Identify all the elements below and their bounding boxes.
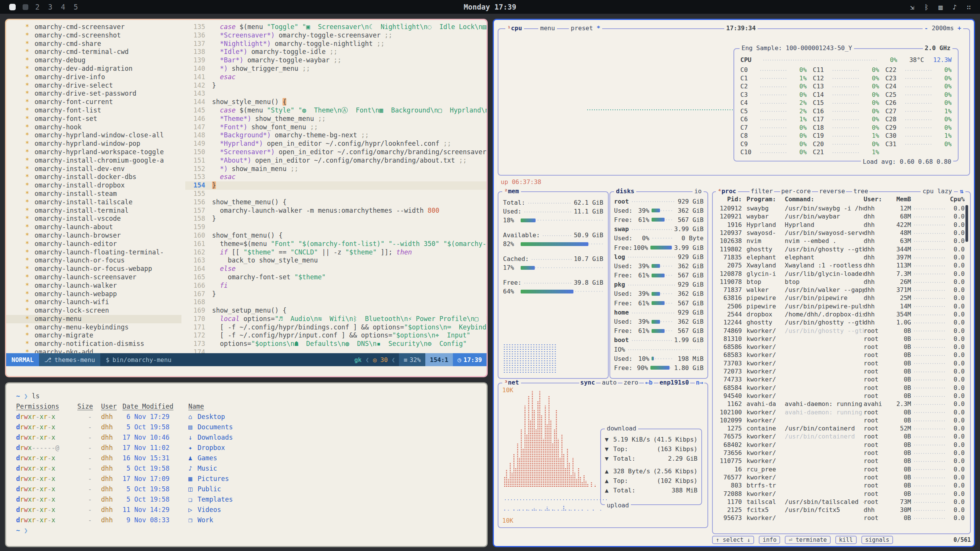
code-line[interactable]: 153 esac bbox=[185, 173, 487, 181]
process-row[interactable]: 94540 kworker/ root 0B 0.0 bbox=[718, 392, 965, 400]
code-line[interactable]: 173 options="$options\n☗ Defaults\n◍ DNS… bbox=[185, 340, 487, 348]
process-row[interactable]: 1275 containe /usr/bin/containerd root 5… bbox=[718, 424, 965, 432]
code-line[interactable]: 151 *About*) open_in_editor ~/.config/om… bbox=[185, 156, 487, 165]
process-row[interactable]: 119078 btop btop dhh 26M 0.0 bbox=[718, 278, 965, 286]
code-line[interactable]: 157 omarchy-launch-walker -m menus:omarc… bbox=[185, 207, 487, 215]
preset-button[interactable]: preset * bbox=[569, 24, 602, 32]
file-item[interactable]: *omarchy-cmd-screensaver bbox=[25, 23, 185, 31]
process-row[interactable]: 76575 kworker/ /usr/bin/containerd root … bbox=[718, 432, 965, 440]
process-row[interactable]: 1170 tailscal /usr/sbin/tailscaled -- ro… bbox=[718, 498, 965, 506]
code-line[interactable]: 142} bbox=[185, 82, 487, 90]
file-item[interactable]: *omarchy-launch-walker bbox=[25, 282, 185, 290]
process-row[interactable]: 120878 glycin-i /usr/lib/glycin-loaders … bbox=[718, 269, 965, 277]
code-line[interactable]: 141 esac bbox=[185, 73, 487, 82]
process-row[interactable]: 12244 ghostty /usr/bin/ghostty --gtk- dh… bbox=[718, 318, 965, 326]
process-row[interactable]: 68402 kworker/ root 0B 0.0 bbox=[718, 441, 965, 449]
net-auto[interactable]: auto bbox=[601, 379, 618, 386]
file-item[interactable]: *omarchy-launch-screensaver bbox=[25, 273, 185, 282]
file-item[interactable]: *omarchy-install-tailscale bbox=[25, 198, 185, 207]
file-item[interactable]: *omarchy-launch-browser bbox=[25, 231, 185, 240]
code-line[interactable]: 170 local options="♬ Audio\n≋ Wifi\nᛒ Bl… bbox=[185, 315, 487, 323]
file-item[interactable]: *omarchy-install-dev-env bbox=[25, 165, 185, 173]
process-row[interactable]: 120921 waybar /usr/bin/waybar dhh 68M 0.… bbox=[718, 212, 965, 220]
mem-tab[interactable]: ²mem bbox=[502, 187, 521, 195]
code-line[interactable]: 136 *Screensaver*) omarchy-toggle-screen… bbox=[185, 31, 487, 40]
code-line[interactable]: 166 fi bbox=[185, 282, 487, 290]
file-item[interactable]: *omarchy-launch-about bbox=[25, 223, 185, 231]
prev-iface-icon[interactable]: ←b bbox=[644, 379, 653, 386]
file-item[interactable]: *omarchy-menu-keybindings bbox=[25, 323, 185, 332]
proc-tree[interactable]: tree bbox=[852, 187, 869, 195]
code-line[interactable]: 147 *Font*) show_font_menu ;; bbox=[185, 123, 487, 132]
process-row[interactable]: 120937 swayosd- /usr/bin/swayosd-server … bbox=[718, 229, 965, 237]
code-line[interactable]: 135 case $(menu "Toggle" "▣ Screensaver\… bbox=[185, 23, 487, 31]
process-row[interactable]: 71835 elephant elephant dhh 397M 0.0 bbox=[718, 253, 965, 261]
file-item[interactable]: *omarchy-hyprland-window-pop bbox=[25, 140, 185, 148]
code-line[interactable]: 144show_style_menu() { bbox=[185, 98, 487, 106]
file-item[interactable]: *omarchy-cmd-terminal-cwd bbox=[25, 48, 185, 56]
process-row[interactable]: 102099 kworker/ root 0B 0.0 bbox=[718, 416, 965, 424]
process-row[interactable]: 68586 kworker/ root 0B 0.0 bbox=[718, 343, 965, 351]
file-item[interactable]: *omarchy-launch-floating-terminal- bbox=[25, 248, 185, 257]
process-row[interactable]: 72073 kworker/ root 0B 0.0 bbox=[718, 367, 965, 375]
code-line[interactable]: 139 *Bar*) omarchy-toggle-waybar ;; bbox=[185, 56, 487, 65]
file-item[interactable]: *omarchy-hyprland-workspace-toggle bbox=[25, 148, 185, 156]
process-row[interactable]: 1162 avahi-da avahi-daemon: running [ av… bbox=[718, 400, 965, 408]
proc-action-button[interactable]: ⏎ terminate bbox=[785, 536, 830, 544]
file-item[interactable]: *omarchy-install-chromium-google-a bbox=[25, 156, 185, 165]
file-item[interactable]: *omarchy-install-steam bbox=[25, 190, 185, 198]
proc-action-button[interactable]: signals bbox=[861, 536, 893, 544]
code-line[interactable]: 146 *Theme*) show_theme_menu ;; bbox=[185, 115, 487, 123]
stats-icon[interactable]: ▥ bbox=[938, 3, 942, 11]
code-line[interactable]: 162 if [[ "$theme" == "CNCLD" || -z "$th… bbox=[185, 248, 487, 257]
update-interval[interactable]: - 2000ms + bbox=[923, 24, 963, 32]
workspace-number[interactable]: 5 bbox=[74, 3, 78, 11]
next-iface-icon[interactable]: n→ bbox=[695, 379, 704, 386]
process-row[interactable]: 2075 Xwayland Xwayland :1 -rootless - dh… bbox=[718, 261, 965, 269]
code-line[interactable]: 163 back_to show_style_menu bbox=[185, 256, 487, 265]
proc-per-core[interactable]: per-core bbox=[780, 187, 812, 195]
code-line[interactable]: 168 bbox=[185, 298, 487, 306]
process-row[interactable]: 102100 kworker/ avahi-daemon: running [ … bbox=[718, 408, 965, 416]
file-item[interactable]: *omarchy-font-list bbox=[25, 106, 185, 115]
menu-button[interactable]: menu bbox=[538, 24, 557, 32]
process-row[interactable]: 2125 fcitx5 /usr/bin/fcitx5 dhh 30M 0.0 bbox=[718, 506, 965, 514]
process-row[interactable]: 71837 walker /usr/bin/walker --gappl dhh… bbox=[718, 286, 965, 294]
workspace-active-icon[interactable] bbox=[9, 4, 16, 10]
workspace-number[interactable]: 2 bbox=[35, 3, 39, 11]
code-line[interactable]: 137 *Nightlight*) omarchy-toggle-nightli… bbox=[185, 40, 487, 48]
code-line[interactable]: 155 bbox=[185, 190, 487, 198]
cpu-tab[interactable]: ¹cpu bbox=[505, 24, 524, 32]
disks-tab[interactable]: disks bbox=[614, 187, 636, 195]
process-row[interactable]: 119802 ghostty /usr/bin/ghostty --gtk- d… bbox=[718, 245, 965, 253]
file-item[interactable]: *omarchy-pkg-add bbox=[25, 348, 185, 353]
process-row[interactable]: 110775 kworker/ root 0B 0.0 bbox=[718, 457, 965, 465]
code-line[interactable]: 145 case $(menu "Style" "◍ Theme\nⒶ Font… bbox=[185, 106, 487, 115]
code-line[interactable]: 159 bbox=[185, 223, 487, 231]
proc-action-button[interactable]: ↑ select ↓ bbox=[712, 536, 754, 544]
process-row[interactable]: 102638 nvim nvim --embed . dhh 63M 0.0 bbox=[718, 237, 965, 245]
process-row[interactable]: 72088 kworker/ root 0B 0.0 bbox=[718, 489, 965, 497]
code-line[interactable]: 158} bbox=[185, 215, 487, 223]
file-item[interactable]: *omarchy-lock-screen bbox=[25, 306, 185, 315]
file-item[interactable]: *omarchy-launch-editor bbox=[25, 240, 185, 248]
process-row[interactable]: 120912 swaybg /usr/bin/swaybg -i /hom dh… bbox=[718, 204, 965, 212]
proc-action-button[interactable]: kill bbox=[835, 536, 857, 544]
workspace-app-icon[interactable] bbox=[23, 4, 28, 10]
code-line[interactable]: 164 else bbox=[185, 265, 487, 273]
process-row[interactable]: 803 btrfs-tr root 0B 0.0 bbox=[718, 481, 965, 489]
net-tab[interactable]: ³net bbox=[502, 379, 521, 386]
process-row[interactable]: 81310 kworker/ root 0B 0.0 bbox=[718, 335, 965, 343]
process-row[interactable]: 2544 dropbox /home/dhh/.dropbox-dist dhh… bbox=[718, 310, 965, 318]
file-item[interactable]: *omarchy-launch-or-focus bbox=[25, 256, 185, 265]
file-item[interactable]: *omarchy-dev-add-migration bbox=[25, 65, 185, 73]
screen-share-icon[interactable]: ⇲ bbox=[910, 3, 915, 11]
workspace-number[interactable]: 3 bbox=[48, 3, 52, 11]
process-row[interactable]: 16 rcu_pree root 0B 0.0 bbox=[718, 465, 965, 473]
file-item[interactable]: *omarchy-notification-dismiss bbox=[25, 340, 185, 348]
file-item[interactable]: *omarchy-install-dropbox bbox=[25, 181, 185, 190]
process-row[interactable]: 1916 Hyprland Hyprland dhh 422M 0.0 bbox=[718, 221, 965, 229]
file-item[interactable]: *omarchy-drive-select bbox=[25, 82, 185, 90]
code-line[interactable]: 149 *Hyprland*) open_in_editor ~/.config… bbox=[185, 140, 487, 148]
code-line[interactable]: 138 *Idle*) omarchy-toggle-idle ;; bbox=[185, 48, 487, 56]
